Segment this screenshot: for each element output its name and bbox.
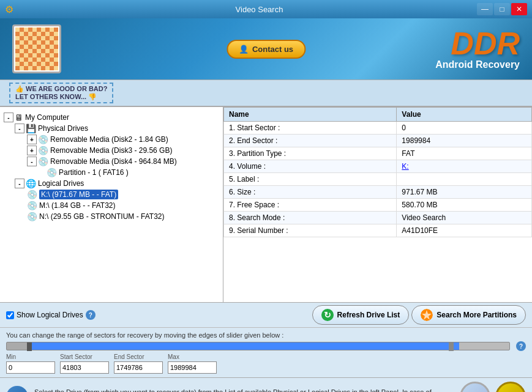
ddr-text: DDR: [435, 28, 520, 59]
tree-expander-disk3[interactable]: +: [27, 146, 37, 155]
search-icon: [421, 309, 433, 321]
contact-button[interactable]: 👤 Contact us: [227, 40, 305, 59]
max-label: Max: [168, 353, 217, 360]
prop-row-6: 7. Free Space :580.70 MB: [224, 199, 532, 212]
info-nav-bar: i Select the Drive (from which you want …: [0, 377, 532, 392]
back-button[interactable]: ◀: [460, 382, 490, 392]
prop-value-cell: K:: [397, 160, 532, 173]
tree-expander-physical[interactable]: -: [15, 124, 24, 133]
prop-value-cell: [397, 173, 532, 186]
k-drive-icon: 💿: [27, 190, 37, 199]
contact-label: Contact us: [252, 45, 293, 54]
sector-inputs: Min Start Sector End Sector Max: [6, 353, 526, 374]
prop-name-cell: 9. Serial Number :: [224, 224, 397, 237]
feedback-icon-2: 👎: [88, 93, 97, 100]
partition1-label: Partition - 1 ( FAT16 ): [59, 168, 129, 177]
tree-n-drive[interactable]: 💿 N:\ (29.55 GB - STRONTIUM - FAT32): [2, 211, 220, 222]
search-partitions-button[interactable]: Search More Partitions: [411, 305, 526, 325]
android-recovery-text: Android Recovery: [435, 59, 520, 70]
prop-name-header: Name: [224, 108, 397, 122]
title-bar: ⚙ Video Search — □ ✕: [0, 0, 532, 18]
tree-expander-logical[interactable]: -: [15, 179, 24, 188]
m-drive-label: M:\ (1.84 GB - - FAT32): [39, 201, 115, 210]
start-sector-field: Start Sector: [60, 353, 109, 374]
prop-row-8: 9. Serial Number :A41D10FE: [224, 224, 532, 237]
maximize-button[interactable]: □: [494, 3, 510, 15]
min-field: Min: [6, 353, 55, 374]
prop-value-cell: A41D10FE: [397, 224, 532, 237]
computer-icon: 🖥: [15, 113, 23, 122]
feedback-icon: 👍: [15, 85, 24, 92]
tree-k-drive[interactable]: 💿 K:\ (971.67 MB - - FAT): [2, 189, 220, 200]
max-field: Max: [168, 353, 217, 374]
prop-value-cell: FAT: [397, 147, 532, 160]
tree-my-computer[interactable]: - 🖥 My Computer: [2, 112, 220, 123]
contact-icon: 👤: [239, 45, 249, 54]
logo-box: [12, 24, 61, 73]
minimize-button[interactable]: —: [477, 3, 493, 15]
search-partitions-label: Search More Partitions: [436, 311, 517, 319]
partition-icon: 💿: [47, 168, 57, 177]
max-input[interactable]: [168, 361, 217, 374]
min-input[interactable]: [6, 361, 55, 374]
prop-name-cell: 5. Label :: [224, 173, 397, 186]
next-button[interactable]: ▶: [495, 382, 526, 392]
tree-disk3[interactable]: + 💿 Removable Media (Disk3 - 29.56 GB): [2, 145, 220, 156]
slider-left-handle[interactable]: [27, 342, 32, 351]
removable-icon-2: 💿: [38, 146, 48, 155]
close-button[interactable]: ✕: [511, 3, 527, 15]
prop-value-cell: 1989984: [397, 135, 532, 147]
my-computer-label: My Computer: [25, 113, 69, 122]
prop-value-header: Value: [397, 108, 532, 122]
refresh-drive-button[interactable]: ↻ Refresh Drive List: [312, 305, 410, 325]
disk2-label: Removable Media (Disk2 - 1.84 GB): [50, 135, 168, 144]
hdd-icon: 💾: [26, 124, 36, 133]
prop-row-0: 1. Start Sector :0: [224, 122, 532, 135]
refresh-label: Refresh Drive List: [337, 311, 400, 319]
tree-expander-disk4[interactable]: -: [27, 157, 37, 166]
end-sector-label: End Sector: [114, 353, 163, 360]
info-icon: i: [6, 386, 28, 392]
start-sector-label: Start Sector: [60, 353, 109, 360]
nav-buttons: ◀ ▶: [460, 382, 526, 392]
tree-logical-drives[interactable]: - 🌐 Logical Drives: [2, 178, 220, 189]
tree-partition1[interactable]: 💿 Partition - 1 ( FAT16 ): [2, 167, 220, 178]
prop-name-cell: 8. Search Mode :: [224, 212, 397, 224]
tree-disk4[interactable]: - 💿 Removable Media (Disk4 - 964.84 MB): [2, 156, 220, 167]
show-logical-drives-checkbox[interactable]: [6, 311, 14, 319]
tree-expander-disk2[interactable]: +: [27, 135, 37, 144]
slider-row: ?: [6, 341, 526, 351]
prop-value-cell: Video Search: [397, 212, 532, 224]
prop-row-2: 3. Partition Type :FAT: [224, 147, 532, 160]
prop-row-1: 2. End Sector :1989984: [224, 135, 532, 147]
tree-expander-mycomputer[interactable]: -: [4, 113, 13, 122]
tree-disk2[interactable]: + 💿 Removable Media (Disk2 - 1.84 GB): [2, 134, 220, 145]
end-sector-input[interactable]: [114, 361, 163, 374]
slider-help-icon[interactable]: ?: [516, 341, 526, 351]
controls-bar: Show Logical Drives ? ↻ Refresh Drive Li…: [0, 302, 532, 327]
window-title: Video Search: [42, 5, 477, 14]
sector-area: You can change the range of sectors for …: [0, 327, 532, 377]
start-sector-input[interactable]: [60, 361, 109, 374]
window-controls: — □ ✕: [477, 3, 527, 15]
disk3-label: Removable Media (Disk3 - 29.56 GB): [50, 146, 172, 155]
help-icon[interactable]: ?: [86, 310, 96, 320]
properties-table: Name Value 1. Start Sector :02. End Sect…: [223, 107, 532, 237]
show-logical-drives-label: Show Logical Drives: [6, 311, 83, 319]
prop-name-cell: 6. Size :: [224, 186, 397, 199]
logical-drives-icon: 🌐: [26, 179, 36, 188]
n-drive-icon: 💿: [27, 212, 37, 221]
sector-slider[interactable]: [6, 342, 510, 350]
removable-icon-3: 💿: [38, 157, 48, 166]
prop-name-cell: 2. End Sector :: [224, 135, 397, 147]
info-text: Select the Drive (from which you want to…: [34, 387, 454, 393]
feedback-link[interactable]: 👍 WE ARE GOOD OR BAD?LET OTHERS KNOW... …: [9, 83, 113, 103]
k-drive-label: K:\ (971.67 MB - - FAT): [39, 190, 118, 199]
tree-physical-drives[interactable]: - 💾 Physical Drives: [2, 123, 220, 134]
slider-right-handle[interactable]: [449, 342, 454, 351]
sector-description: You can change the range of sectors for …: [6, 331, 526, 339]
logo-checker-icon: [15, 28, 58, 70]
m-drive-icon: 💿: [27, 201, 37, 210]
tree-m-drive[interactable]: 💿 M:\ (1.84 GB - - FAT32): [2, 200, 220, 211]
n-drive-label: N:\ (29.55 GB - STRONTIUM - FAT32): [39, 212, 164, 221]
